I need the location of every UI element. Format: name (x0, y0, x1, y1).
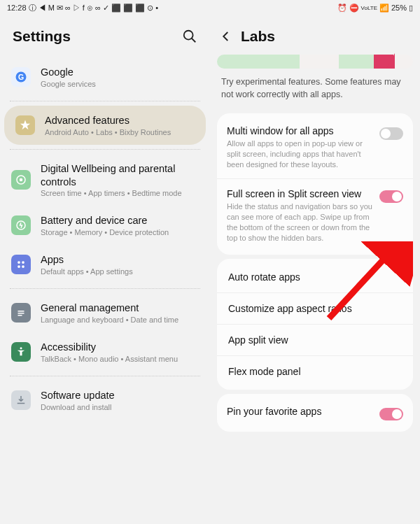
toggle-pin-favorites[interactable] (379, 408, 403, 420)
item-title: Digital Wellbeing and parental controls (41, 162, 199, 189)
status-time: 12:28 (7, 3, 27, 12)
separator (10, 101, 200, 101)
row-sub: Allow all apps to open in pop-up view or… (227, 139, 372, 170)
back-icon[interactable] (220, 30, 232, 43)
signal-icon: 📶 (379, 3, 389, 13)
settings-item-wellbeing[interactable]: Digital Wellbeing and parental controls … (0, 154, 210, 206)
google-icon: G (11, 67, 31, 87)
row-aspect-ratios[interactable]: Customize app aspect ratios (217, 292, 413, 324)
svg-point-7 (18, 261, 20, 264)
row-auto-rotate[interactable]: Auto rotate apps (217, 262, 413, 292)
svg-point-10 (22, 265, 24, 268)
item-title: Accessibility (41, 341, 199, 354)
item-sub: Google services (41, 80, 199, 88)
volte-label: VoLTE (361, 5, 377, 11)
row-multi-window[interactable]: Multi window for all apps Allow all apps… (217, 116, 413, 178)
star-icon (15, 115, 35, 135)
general-icon (11, 303, 31, 323)
settings-item-battery[interactable]: Battery and device care Storage • Memory… (0, 206, 210, 245)
battery-icon: ▯ (409, 3, 413, 13)
item-title: General management (41, 302, 199, 315)
svg-point-9 (18, 265, 20, 268)
toggle-multi-window[interactable] (379, 127, 403, 140)
status-bar: 12:28 ⓘ ◀ M ✉ ∞ ▷ f ⊙ ∞ ✓ ⬛ ⬛ ⬛ ⊙ • ⏰ ⛔ … (0, 0, 420, 15)
decorative-banner (217, 55, 413, 69)
row-full-screen-split[interactable]: Full screen in Split screen view Hide th… (217, 178, 413, 252)
settings-item-update[interactable]: Software update Download and install (0, 381, 210, 420)
item-title: Advanced features (45, 114, 195, 127)
labs-panel: Labs Try experimental features. Some fea… (210, 15, 420, 524)
svg-text:G: G (18, 73, 24, 81)
toggle-full-screen-split[interactable] (379, 190, 403, 203)
row-title: Pin your favorite apps (227, 405, 372, 418)
svg-rect-13 (18, 315, 22, 316)
separator (10, 288, 200, 289)
battery-icon (11, 215, 31, 235)
settings-item-accessibility[interactable]: Accessibility TalkBack • Mono audio • As… (0, 332, 210, 371)
settings-item-advanced-features[interactable]: Advanced features Android Auto • Labs • … (4, 106, 206, 145)
item-sub: Storage • Memory • Device protection (41, 228, 199, 236)
separator (10, 376, 200, 376)
settings-panel: Settings G Google Google services Advanc… (0, 15, 210, 524)
item-title: Battery and device care (41, 214, 199, 227)
settings-title: Settings (13, 28, 71, 45)
item-sub: Language and keyboard • Date and time (41, 316, 199, 324)
svg-point-14 (20, 347, 22, 349)
labs-group-2: Auto rotate apps Customize app aspect ra… (217, 259, 413, 390)
svg-point-0 (184, 31, 193, 40)
accessibility-icon (11, 342, 31, 362)
svg-rect-11 (18, 311, 24, 312)
row-pin-favorites[interactable]: Pin your favorite apps (217, 397, 413, 429)
item-sub: Default apps • App settings (41, 267, 199, 276)
row-title: Full screen in Split screen view (227, 187, 372, 200)
item-title: Apps (41, 253, 199, 267)
item-sub: TalkBack • Mono audio • Assistant menu (41, 355, 199, 363)
apps-icon (11, 255, 31, 274)
labs-title: Labs (241, 28, 275, 45)
wifi-off-icon: ⛔ (349, 3, 359, 13)
svg-point-8 (22, 261, 24, 264)
item-sub: Android Auto • Labs • Bixby Routines (45, 128, 195, 136)
labs-group-1: Multi window for all apps Allow all apps… (217, 113, 413, 254)
row-title: Multi window for all apps (227, 125, 372, 137)
status-icons-left: ⓘ ◀ M ✉ ∞ ▷ f ⊙ ∞ ✓ ⬛ ⬛ ⬛ ⊙ • (29, 3, 159, 13)
labs-group-3: Pin your favorite apps (217, 394, 413, 432)
item-sub: Download and install (41, 403, 199, 411)
item-title: Software update (41, 389, 199, 402)
settings-item-google[interactable]: G Google Google services (0, 57, 210, 97)
item-title: Google (41, 66, 199, 79)
settings-item-general[interactable]: General management Language and keyboard… (0, 293, 210, 332)
separator (10, 149, 200, 150)
svg-line-1 (192, 38, 196, 43)
alarm-icon: ⏰ (337, 3, 347, 13)
settings-item-apps[interactable]: Apps Default apps • App settings (0, 245, 210, 284)
row-sub: Hide the status and navigation bars so y… (227, 201, 372, 243)
svg-rect-12 (18, 313, 24, 314)
svg-point-5 (20, 178, 23, 182)
update-icon (11, 390, 31, 410)
item-sub: Screen time • App timers • Bedtime mode (41, 189, 199, 197)
search-icon[interactable] (182, 29, 197, 44)
battery-percent: 25% (391, 3, 407, 12)
row-app-split-view[interactable]: App split view (217, 324, 413, 355)
wellbeing-icon (11, 170, 31, 190)
labs-description: Try experimental features. Some features… (210, 76, 420, 109)
row-flex-mode[interactable]: Flex mode panel (217, 355, 413, 387)
